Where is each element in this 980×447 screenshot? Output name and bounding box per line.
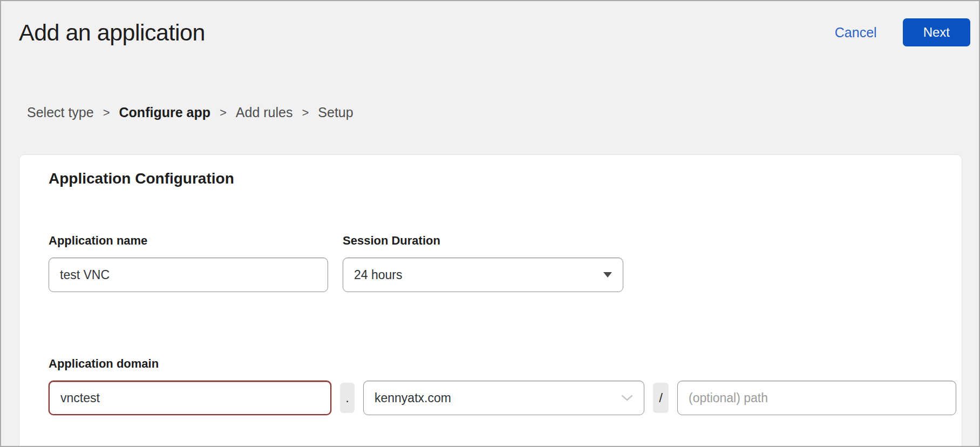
name-session-row: Application name Session Duration 24 hou…	[49, 234, 962, 292]
step-separator: >	[103, 106, 110, 120]
step-configure-app[interactable]: Configure app	[119, 105, 210, 120]
step-separator: >	[220, 106, 227, 120]
add-application-page: Add an application Cancel Next Select ty…	[0, 0, 980, 447]
application-name-label: Application name	[49, 234, 328, 248]
domain-select[interactable]: kennyatx.com	[363, 381, 644, 415]
next-button[interactable]: Next	[903, 18, 970, 46]
header-actions: Cancel Next	[835, 18, 970, 46]
dot-separator: .	[340, 383, 355, 413]
domain-select-value: kennyatx.com	[375, 391, 451, 405]
step-select-type[interactable]: Select type	[27, 105, 94, 120]
breadcrumb: Select type > Configure app > Add rules …	[27, 105, 979, 120]
step-separator: >	[302, 106, 309, 120]
application-domain-row: . kennyatx.com /	[49, 381, 962, 415]
section-title: Application Configuration	[49, 170, 962, 187]
application-domain-field: Application domain . kennyatx.com /	[49, 357, 962, 415]
step-setup[interactable]: Setup	[318, 105, 353, 120]
step-add-rules[interactable]: Add rules	[236, 105, 293, 120]
page-header: Add an application Cancel Next	[1, 1, 979, 46]
application-name-field: Application name	[49, 234, 328, 292]
subdomain-input[interactable]	[49, 381, 331, 415]
triangle-down-icon	[603, 272, 612, 277]
session-duration-value: 24 hours	[354, 268, 403, 282]
page-title: Add an application	[19, 19, 205, 46]
application-domain-label: Application domain	[49, 357, 962, 371]
application-configuration-card: Application Configuration Application na…	[19, 154, 962, 447]
chevron-down-icon	[621, 395, 633, 402]
session-duration-label: Session Duration	[343, 234, 623, 248]
slash-separator: /	[653, 383, 669, 413]
path-input[interactable]	[677, 381, 956, 415]
session-duration-field: Session Duration 24 hours	[343, 234, 623, 292]
application-name-input[interactable]	[49, 258, 328, 292]
session-duration-select[interactable]: 24 hours	[343, 258, 623, 292]
cancel-button[interactable]: Cancel	[835, 25, 877, 40]
